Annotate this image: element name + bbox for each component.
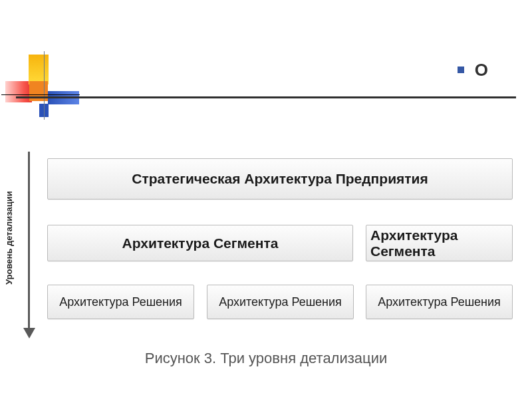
solution-architecture-box: Архитектура Решения — [366, 285, 513, 319]
strategic-architecture-box: Стратегическая Архитектура Предприятия — [47, 158, 513, 200]
abstract-logo — [5, 55, 75, 121]
slide: O Уровень детализации Стратегическая Арх… — [0, 0, 532, 399]
arrow-down-icon — [23, 328, 35, 338]
solution-architecture-box: Архитектура Решения — [207, 285, 354, 319]
bullet-square-icon — [458, 66, 464, 73]
segment-architecture-box: Архитектура Сегмента — [47, 225, 353, 261]
solution-architecture-box: Архитектура Решения — [47, 285, 194, 319]
y-axis-label: Уровень детализации — [4, 152, 24, 325]
horizontal-rule — [16, 96, 516, 98]
arrow-line-icon — [28, 152, 30, 331]
header-marker: O — [475, 60, 488, 80]
segment-architecture-box: Архитектура Сегмента — [366, 225, 513, 261]
diagram: Уровень детализации Стратегическая Архит… — [0, 140, 532, 379]
detail-level-axis: Уровень детализации — [4, 152, 39, 344]
figure-caption: Рисунок 3. Три уровня детализации — [0, 350, 532, 367]
